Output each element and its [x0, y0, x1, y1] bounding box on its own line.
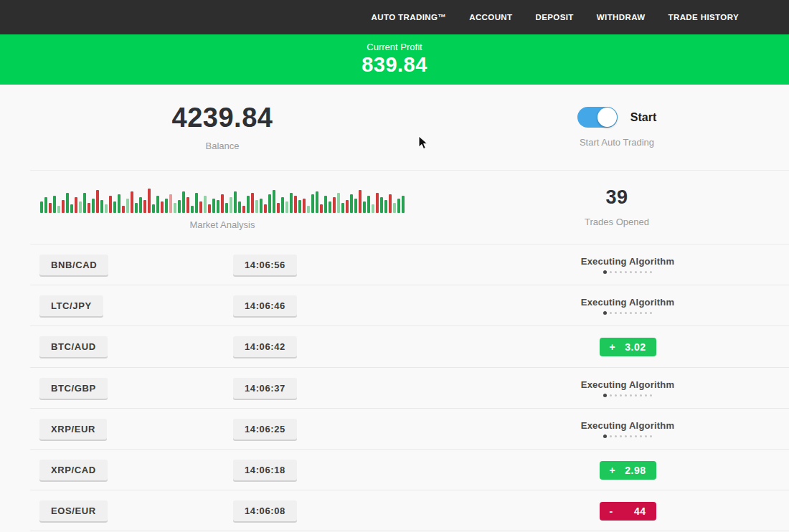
- trade-row: BNB/CAD 14:06:56 Executing Algorithm: [0, 244, 789, 285]
- executing-algorithm-label: Executing Algorithm: [581, 379, 674, 390]
- market-bar: [264, 204, 267, 213]
- trade-pair-cell: LTC/JPY: [0, 295, 233, 316]
- current-profit-label: Current Profit: [0, 34, 789, 52]
- trade-time-badge: 14:06:56: [233, 255, 297, 275]
- market-bar: [70, 204, 73, 213]
- market-bar: [311, 194, 314, 213]
- market-bar: [303, 199, 306, 213]
- trade-time-cell: 14:06:25: [233, 419, 466, 440]
- trade-result-cell: -44: [466, 502, 789, 521]
- market-bar: [96, 190, 99, 213]
- trade-pair-cell: EOS/EUR: [0, 500, 233, 521]
- market-bar: [204, 196, 207, 213]
- progress-dot: [620, 312, 622, 314]
- market-bar: [316, 191, 318, 213]
- market-bar: [75, 197, 77, 213]
- result-value: 2.98: [625, 465, 646, 476]
- trade-row: XRP/CAD 14:06:18 +2.98: [0, 450, 789, 490]
- market-bar: [62, 200, 65, 213]
- trade-result-cell: Executing Algorithm: [466, 379, 789, 397]
- trade-pair-cell: BNB/CAD: [0, 255, 233, 275]
- progress-dot: [625, 394, 627, 396]
- trade-result-cell: +2.98: [466, 461, 789, 480]
- progress-dot: [650, 271, 652, 273]
- market-bar: [139, 197, 142, 213]
- market-bar: [148, 189, 151, 213]
- market-bar: [212, 199, 215, 213]
- market-bar: [294, 196, 297, 213]
- trade-time-cell: 14:06:18: [233, 460, 466, 480]
- market-bar: [66, 193, 69, 213]
- market-bar: [135, 203, 138, 213]
- top-navbar: AUTO TRADING™ ACCOUNT DEPOSIT WITHDRAW T…: [0, 0, 789, 34]
- progress-dot: [610, 271, 612, 273]
- executing-progress-dots: [603, 434, 652, 438]
- trade-time-badge: 14:06:25: [233, 419, 297, 440]
- market-bar: [247, 196, 250, 213]
- progress-dot: [620, 394, 622, 396]
- market-bar: [346, 200, 349, 213]
- trade-row: BTC/GBP 14:06:37 Executing Algorithm: [0, 368, 789, 409]
- nav-item-trade-history[interactable]: TRADE HISTORY: [668, 13, 740, 22]
- progress-dot: [640, 394, 642, 396]
- trades-opened-value: 39: [605, 188, 628, 207]
- progress-dot: [635, 312, 637, 314]
- balance-value: 4239.84: [172, 104, 273, 131]
- nav-item-deposit[interactable]: DEPOSIT: [536, 13, 574, 22]
- trade-result-cell: Executing Algorithm: [466, 297, 789, 315]
- trade-row: BTC/AUD 14:06:42 +3.02: [0, 326, 789, 367]
- nav-item-account[interactable]: ACCOUNT: [469, 13, 512, 22]
- market-bar: [290, 193, 293, 213]
- market-bar: [350, 194, 353, 213]
- market-bar: [372, 204, 374, 213]
- auto-trading-block: Start Start Auto Trading: [445, 107, 789, 148]
- market-bar: [380, 197, 383, 213]
- executing-algorithm-label: Executing Algorithm: [581, 297, 674, 308]
- progress-dot: [650, 312, 652, 314]
- trade-row: EOS/EUR 14:06:08 -44: [0, 490, 789, 531]
- progress-dot: [603, 394, 607, 397]
- progress-dot: [615, 312, 617, 314]
- progress-dot: [610, 435, 612, 437]
- trade-result-badge-loss: -44: [600, 502, 656, 521]
- market-bar: [79, 201, 82, 213]
- market-bar: [208, 204, 211, 213]
- market-bar: [199, 201, 202, 213]
- stats-row-balance: 4239.84 Balance Start Start Auto Trading: [0, 85, 789, 170]
- market-bar: [44, 197, 47, 213]
- executing-algorithm-label: Executing Algorithm: [581, 256, 674, 267]
- auto-trading-toggle[interactable]: [577, 107, 618, 128]
- trade-time-badge: 14:06:37: [233, 378, 297, 399]
- market-bar: [182, 191, 185, 213]
- stats-row-market: Market Analysis 39 Trades Opened: [0, 171, 789, 244]
- market-bar: [397, 199, 400, 213]
- market-bar: [367, 196, 370, 213]
- market-bar: [341, 203, 344, 213]
- progress-dot: [625, 271, 627, 273]
- trade-row: XRP/EUR 14:06:25 Executing Algorithm: [0, 409, 789, 450]
- progress-dot: [640, 435, 642, 437]
- progress-dot: [650, 394, 652, 396]
- result-sign: -: [610, 505, 613, 517]
- market-bar: [238, 201, 241, 213]
- nav-item-withdraw[interactable]: WITHDRAW: [597, 13, 646, 22]
- market-bar: [260, 199, 263, 213]
- market-bar: [109, 196, 112, 213]
- trade-time-cell: 14:06:37: [233, 378, 466, 399]
- market-bar: [221, 194, 224, 213]
- trade-time-badge: 14:06:46: [233, 295, 297, 316]
- progress-dot: [645, 394, 647, 396]
- market-bar: [234, 191, 237, 213]
- market-bar: [49, 203, 52, 213]
- market-bar: [333, 197, 336, 213]
- trade-result-cell: Executing Algorithm: [466, 420, 789, 438]
- market-bar: [389, 194, 392, 213]
- trade-pair-badge: XRP/CAD: [39, 460, 108, 480]
- progress-dot: [630, 394, 632, 396]
- progress-dot: [610, 394, 612, 396]
- progress-dot: [610, 312, 612, 314]
- market-bar: [217, 200, 219, 213]
- market-analysis-chart: [40, 184, 405, 213]
- nav-item-auto-trading[interactable]: AUTO TRADING™: [372, 13, 447, 22]
- progress-dot: [615, 271, 617, 273]
